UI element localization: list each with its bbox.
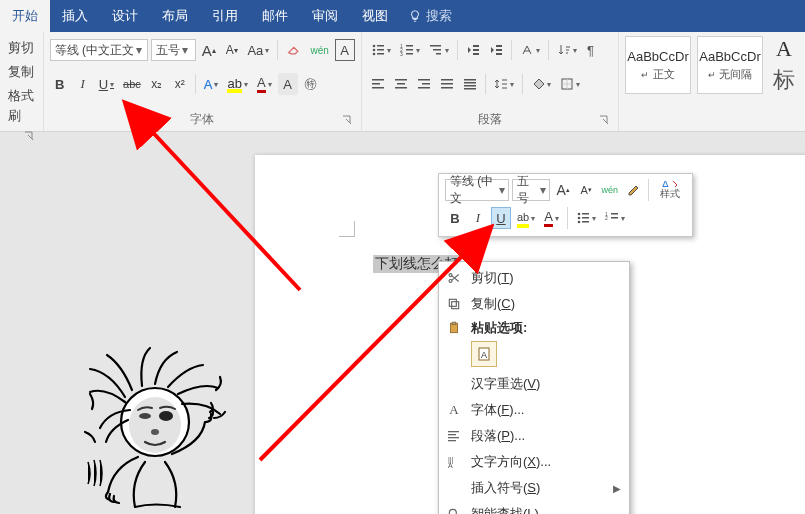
align-distribute-button[interactable] xyxy=(460,73,480,95)
tab-home[interactable]: 开始 xyxy=(0,0,50,32)
svg-rect-21 xyxy=(395,87,407,89)
decorative-cartoon-image xyxy=(70,342,250,512)
ctx-chinese-reselect[interactable]: 汉字重选(V) xyxy=(439,371,629,397)
char-shading-button[interactable]: A xyxy=(278,73,298,95)
clipboard-launcher-icon[interactable] xyxy=(23,130,37,144)
svg-rect-17 xyxy=(372,83,380,85)
mini-font-size-combo[interactable]: 五号▾ xyxy=(512,179,551,201)
bold-button[interactable]: B xyxy=(50,73,70,95)
enclose-chars-button[interactable]: ㊕ xyxy=(301,73,321,95)
svg-point-62 xyxy=(159,411,173,421)
font-group: 等线 (中文正文▾ 五号▾ A▴ A▾ Aa wén A B I U abc xyxy=(44,32,362,131)
mini-bullets[interactable] xyxy=(573,207,599,229)
clear-formatting-button[interactable] xyxy=(283,39,305,61)
tab-review[interactable]: 审阅 xyxy=(300,0,350,32)
font-name-combo[interactable]: 等线 (中文正文▾ xyxy=(50,39,148,61)
borders-button[interactable] xyxy=(557,73,583,95)
mini-font-name-combo[interactable]: 等线 (中文▾ xyxy=(445,179,509,201)
font-launcher-icon[interactable] xyxy=(341,114,355,128)
ctx-cut[interactable]: 剪切(T) xyxy=(439,265,629,291)
bullets-button[interactable] xyxy=(368,39,394,61)
style-heading-partial[interactable]: A 标 xyxy=(769,36,799,94)
paragraph-group-label: 段落 xyxy=(368,109,612,129)
highlight-button[interactable]: ab xyxy=(224,73,250,95)
paragraph-launcher-icon[interactable] xyxy=(598,114,612,128)
align-right-button[interactable] xyxy=(414,73,434,95)
mini-grow-font[interactable]: A▴ xyxy=(553,179,573,201)
tell-me-label: 搜索 xyxy=(426,7,452,25)
svg-rect-35 xyxy=(582,213,589,215)
svg-rect-29 xyxy=(464,82,476,84)
font-size-combo[interactable]: 五号▾ xyxy=(151,39,196,61)
format-painter-button[interactable]: 格式刷 xyxy=(6,84,37,128)
shading-button[interactable] xyxy=(528,73,554,95)
decrease-indent-button[interactable] xyxy=(463,39,483,61)
copy-button[interactable]: 复制 xyxy=(6,60,37,84)
mini-highlight[interactable]: ab xyxy=(514,207,538,229)
numbering-button[interactable]: 123 xyxy=(397,39,423,61)
pilcrow-icon: ¶ xyxy=(586,43,600,57)
mini-format-painter[interactable] xyxy=(623,179,643,201)
mini-phonetic[interactable]: wén xyxy=(599,179,620,201)
margin-corner-icon xyxy=(339,221,355,237)
style-normal[interactable]: AaBbCcDr ↵ 正文 xyxy=(625,36,691,94)
scissors-icon xyxy=(445,271,463,285)
tab-mailings[interactable]: 邮件 xyxy=(250,0,300,32)
align-left-icon xyxy=(371,77,385,91)
shrink-font-button[interactable]: A▾ xyxy=(222,39,242,61)
tell-me-search[interactable]: 搜索 xyxy=(400,0,452,32)
tab-insert[interactable]: 插入 xyxy=(50,0,100,32)
sort-button[interactable] xyxy=(554,39,580,61)
italic-button[interactable]: I xyxy=(73,73,93,95)
asian-icon xyxy=(520,43,534,57)
tab-view[interactable]: 视图 xyxy=(350,0,400,32)
character-border-button[interactable]: A xyxy=(335,39,355,61)
ctx-insert-symbol[interactable]: 插入符号(S) ▶ xyxy=(439,475,629,501)
svg-rect-54 xyxy=(448,437,459,438)
mini-font-color[interactable]: A xyxy=(541,207,562,229)
style-preview: AaBbCcDr xyxy=(699,49,760,64)
show-marks-button[interactable]: ¶ xyxy=(583,39,603,61)
style-name: ↵ 正文 xyxy=(641,67,674,82)
mini-numbering[interactable]: 12 xyxy=(602,207,628,229)
underline-button[interactable]: U xyxy=(96,73,117,95)
ctx-font[interactable]: A 字体(F)... xyxy=(439,397,629,423)
paste-keep-text-button[interactable]: A xyxy=(471,341,497,367)
superscript-button[interactable]: x² xyxy=(170,73,190,95)
style-no-spacing[interactable]: AaBbCcDr ↵ 无间隔 xyxy=(697,36,763,94)
mini-styles-label: 样式 xyxy=(660,187,680,201)
tab-references[interactable]: 引用 xyxy=(200,0,250,32)
ctx-paste-options-hdr: 粘贴选项: xyxy=(439,317,629,339)
align-justify-button[interactable] xyxy=(437,73,457,95)
phonetic-guide-button[interactable]: wén xyxy=(308,39,332,61)
separator xyxy=(511,40,512,60)
separator xyxy=(522,74,523,94)
font-color-button[interactable]: A xyxy=(254,73,275,95)
svg-rect-37 xyxy=(582,217,589,219)
tab-layout[interactable]: 布局 xyxy=(150,0,200,32)
mini-underline[interactable]: U xyxy=(491,207,511,229)
mini-styles[interactable]: A 样式 xyxy=(654,179,686,201)
strikethrough-button[interactable]: abc xyxy=(120,73,144,95)
asian-layout-button[interactable] xyxy=(517,39,543,61)
multilevel-list-button[interactable] xyxy=(426,39,452,61)
ctx-smart-lookup[interactable]: 智能查找(L) xyxy=(439,501,629,514)
grow-font-button[interactable]: A▴ xyxy=(199,39,219,61)
align-center-button[interactable] xyxy=(391,73,411,95)
mini-bold[interactable]: B xyxy=(445,207,465,229)
increase-indent-button[interactable] xyxy=(486,39,506,61)
align-left-button[interactable] xyxy=(368,73,388,95)
ctx-text-direction[interactable]: |||A 文字方向(X)... xyxy=(439,449,629,475)
text-effects-button[interactable]: A xyxy=(201,73,222,95)
subscript-button[interactable]: x₂ xyxy=(147,73,167,95)
ctx-paragraph[interactable]: 段落(P)... xyxy=(439,423,629,449)
tab-design[interactable]: 设计 xyxy=(100,0,150,32)
mini-italic[interactable]: I xyxy=(468,207,488,229)
change-case-button[interactable]: Aa xyxy=(245,39,272,61)
svg-rect-16 xyxy=(372,79,384,81)
cut-button[interactable]: 剪切 xyxy=(6,36,37,60)
style-preview: AaBbCcDr xyxy=(627,49,688,64)
ctx-copy[interactable]: 复制(C) xyxy=(439,291,629,317)
line-spacing-button[interactable] xyxy=(491,73,517,95)
mini-shrink-font[interactable]: A▾ xyxy=(576,179,596,201)
